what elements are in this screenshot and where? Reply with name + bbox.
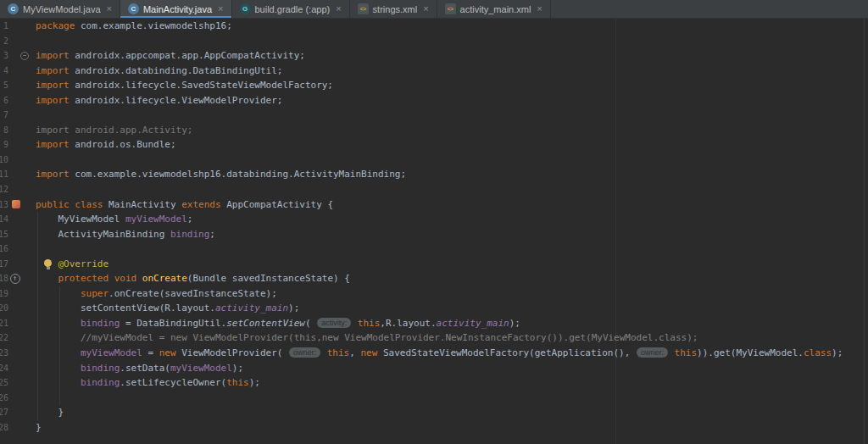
- close-tab-icon[interactable]: ×: [537, 4, 542, 14]
- line-number: 16: [0, 241, 8, 257]
- token-kw: import: [36, 95, 75, 106]
- tab-build-gradle-app[interactable]: Gbuild.gradle (:app)×: [232, 0, 350, 18]
- token-txt: ;: [187, 214, 193, 225]
- token-kw: super: [81, 288, 108, 299]
- imports-fold-icon[interactable]: [8, 48, 32, 64]
- intention-bulb-icon[interactable]: [44, 259, 52, 267]
- code-line-19[interactable]: 19 super.onCreate(savedInstanceState);: [0, 286, 868, 302]
- line-number: 27: [0, 405, 8, 420]
- code-line-26[interactable]: 26: [0, 391, 868, 406]
- line-number: 28: [0, 420, 8, 436]
- close-tab-icon[interactable]: ×: [423, 4, 428, 14]
- code-text: super.onCreate(savedInstanceState);: [32, 286, 868, 302]
- gutter-spacer: [8, 212, 32, 227]
- code-line-27[interactable]: 27 }: [0, 405, 868, 420]
- close-tab-icon[interactable]: ×: [336, 4, 341, 14]
- code-text: [32, 34, 868, 49]
- token-txt: androidx.databinding.DataBindingUtil;: [75, 65, 282, 76]
- close-tab-icon[interactable]: ×: [107, 4, 112, 14]
- code-text: setContentView(R.layout.activity_main);: [32, 301, 868, 316]
- line-number: 5: [0, 78, 8, 93]
- token-kw: this: [226, 377, 249, 388]
- code-text: }: [32, 420, 868, 436]
- code-line-1[interactable]: 1package com.example.viewmodelshp16;: [0, 19, 868, 34]
- code-line-18[interactable]: 18 protected void onCreate(Bundle savedI…: [0, 271, 868, 286]
- token-field: myViewModel: [81, 347, 142, 358]
- line-number: 19: [0, 286, 8, 302]
- token-gray: import android.app.Activity;: [36, 125, 192, 136]
- code-editor[interactable]: 1package com.example.viewmodelshp16;23im…: [0, 19, 868, 444]
- code-line-13[interactable]: 13public class MainActivity extends AppC…: [0, 197, 868, 213]
- code-line-17[interactable]: 17 @Override: [0, 257, 868, 272]
- token-txt: [36, 288, 81, 299]
- code-line-14[interactable]: 14 MyViewModel myViewModel;: [0, 212, 868, 227]
- code-line-28[interactable]: 28}: [0, 420, 868, 436]
- close-tab-icon[interactable]: ×: [218, 4, 223, 14]
- code-text: MyViewModel myViewModel;: [32, 212, 868, 227]
- token-txt: [36, 377, 81, 388]
- editor-scrollbar[interactable]: [864, 19, 868, 444]
- line-number: 15: [0, 227, 8, 242]
- gutter-spacer: [8, 34, 32, 49]
- gradle-file-icon: G: [240, 3, 251, 14]
- token-kw: public class: [36, 199, 108, 210]
- token-txt: com.example.viewmodelshp16.databinding.A…: [75, 169, 406, 180]
- class-gutter-icon[interactable]: [8, 197, 32, 213]
- gutter-spacer: [8, 123, 32, 138]
- token-txt: AppCompatActivity {: [226, 199, 333, 210]
- token-txt: [36, 273, 58, 284]
- line-number: 9: [0, 137, 8, 153]
- token-field: myViewModel: [125, 214, 187, 225]
- token-txt: android.os.Bundle;: [75, 139, 175, 150]
- code-line-5[interactable]: 5import androidx.lifecycle.SavedStateVie…: [0, 78, 868, 93]
- code-line-23[interactable]: 23 myViewModel = new ViewModelProvider( …: [0, 346, 868, 361]
- tab-label: build.gradle (:app): [255, 4, 331, 14]
- code-line-8[interactable]: 8import android.app.Activity;: [0, 123, 868, 138]
- line-number: 17: [0, 257, 8, 272]
- line-number: 24: [0, 361, 8, 376]
- line-number: 3: [0, 48, 8, 64]
- line-number: 23: [0, 346, 8, 361]
- code-line-24[interactable]: 24 binding.setData(myViewModel);: [0, 361, 868, 376]
- code-line-4[interactable]: 4import androidx.databinding.DataBinding…: [0, 64, 868, 79]
- overrides-method-icon[interactable]: [8, 271, 32, 286]
- tab-mainactivity-java[interactable]: CMainActivity.java×: [120, 0, 232, 18]
- token-txt: [36, 363, 81, 374]
- code-line-22[interactable]: 22 //myViewModel = new ViewModelProvider…: [0, 330, 868, 346]
- code-line-20[interactable]: 20 setContentView(R.layout.activity_main…: [0, 301, 868, 316]
- xml-file-icon: <>: [445, 3, 456, 14]
- token-txt: );: [232, 363, 243, 374]
- code-text: import androidx.lifecycle.ViewModelProvi…: [32, 93, 868, 108]
- line-number: 25: [0, 375, 8, 391]
- gutter-spacer: [8, 167, 32, 182]
- code-line-9[interactable]: 9import android.os.Bundle;: [0, 137, 868, 153]
- code-line-12[interactable]: 12: [0, 182, 868, 197]
- tab-myviewmodel-java[interactable]: CMyViewModel.java×: [0, 0, 120, 18]
- code-line-25[interactable]: 25 binding.setLifecycleOwner(this);: [0, 375, 868, 391]
- code-line-3[interactable]: 3import androidx.appcompat.app.AppCompat…: [0, 48, 868, 64]
- token-anno: @Override: [58, 258, 109, 269]
- token-txt: [36, 347, 81, 358]
- code-line-21[interactable]: 21 binding = DataBindingUtil.setContentV…: [0, 316, 868, 331]
- code-line-2[interactable]: 2: [0, 34, 868, 49]
- line-number: 14: [0, 212, 8, 227]
- token-txt: = DataBindingUtil.: [120, 318, 226, 329]
- code-line-15[interactable]: 15 ActivityMainBinding binding;: [0, 227, 868, 242]
- code-line-10[interactable]: 10: [0, 153, 868, 168]
- code-text: binding = DataBindingUtil.setContentView…: [32, 316, 868, 331]
- parameter-name-hint: activity:: [317, 318, 351, 328]
- code-text: //myViewModel = new ViewModelProvider(th…: [32, 330, 868, 346]
- gutter-spacer: [8, 405, 32, 420]
- code-text: import androidx.lifecycle.SavedStateView…: [32, 78, 868, 93]
- code-line-6[interactable]: 6import androidx.lifecycle.ViewModelProv…: [0, 93, 868, 108]
- code-text: import android.os.Bundle;: [32, 137, 868, 153]
- code-line-11[interactable]: 11import com.example.viewmodelshp16.data…: [0, 167, 868, 182]
- code-line-7[interactable]: 7: [0, 108, 868, 123]
- code-line-16[interactable]: 16: [0, 241, 868, 257]
- token-kw: import: [36, 80, 75, 91]
- token-kw: this: [669, 347, 697, 358]
- gutter-spacer: [8, 420, 32, 436]
- tab-strings-xml[interactable]: <>strings.xml×: [350, 0, 437, 18]
- tab-activity-main-xml[interactable]: <>activity_main.xml×: [437, 0, 551, 18]
- token-kw: import: [36, 139, 75, 150]
